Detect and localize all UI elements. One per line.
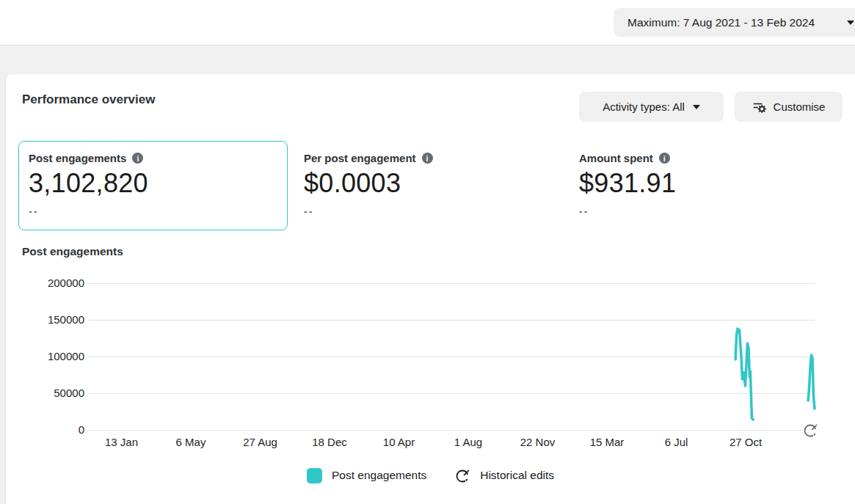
- screen: Maximum: 7 Aug 2021 - 13 Feb 2024 Perfor…: [0, 0, 855, 504]
- customise-label: Customise: [774, 101, 826, 113]
- info-icon[interactable]: i: [659, 153, 670, 164]
- top-bar: Maximum: 7 Aug 2021 - 13 Feb 2024: [0, 0, 855, 45]
- info-icon[interactable]: i: [422, 153, 433, 164]
- metric-card-post-engagements[interactable]: Post engagements i 3,102,820 --: [18, 141, 288, 230]
- legend-label: Historical edits: [480, 469, 554, 482]
- metric-card-per-post-engagement[interactable]: Per post engagement i $0.0003 --: [294, 141, 563, 230]
- customise-button[interactable]: Customise: [735, 92, 843, 122]
- metric-label: Post engagements i: [29, 152, 277, 164]
- legend-item-historical-edits[interactable]: Historical edits: [454, 467, 554, 483]
- post-engagements-chart[interactable]: 05000010000015000020000013 Jan6 May27 Au…: [6, 271, 855, 455]
- metric-value: $931.91: [579, 168, 828, 199]
- customise-icon: [752, 100, 767, 114]
- historical-edits-icon: [454, 467, 470, 483]
- page-title: Performance overview: [22, 92, 155, 107]
- metric-value: $0.0003: [304, 168, 553, 199]
- post-engagements-swatch: [307, 468, 322, 483]
- activity-types-dropdown[interactable]: Activity types: All: [579, 92, 724, 122]
- metric-card-amount-spent[interactable]: Amount spent i $931.91 --: [569, 141, 838, 230]
- legend-item-post-engagements[interactable]: Post engagements: [307, 468, 426, 483]
- metric-label: Amount spent i: [579, 152, 828, 164]
- metric-label-text: Post engagements: [29, 152, 126, 164]
- activity-types-label: Activity types: All: [603, 101, 685, 113]
- chevron-down-icon: [693, 105, 700, 109]
- chart-legend: Post engagements Historical edits: [6, 467, 855, 483]
- metric-label-text: Amount spent: [579, 152, 653, 164]
- performance-overview-card: Performance overview Activity types: All: [6, 74, 855, 504]
- chart-title: Post engagements: [22, 245, 123, 258]
- post-engagements-line: [735, 329, 753, 420]
- metric-value: 3,102,820: [29, 168, 277, 199]
- info-icon[interactable]: i: [132, 153, 143, 164]
- chart-plot-area[interactable]: [6, 271, 855, 455]
- metric-delta: --: [304, 205, 553, 217]
- metric-delta: --: [29, 205, 277, 217]
- date-range-selector[interactable]: Maximum: 7 Aug 2021 - 13 Feb 2024: [614, 8, 855, 37]
- legend-label: Post engagements: [332, 469, 426, 482]
- post-engagements-line: [808, 355, 815, 409]
- chevron-down-icon: [847, 21, 854, 25]
- metric-label-text: Per post engagement: [304, 152, 416, 164]
- metric-label: Per post engagement i: [304, 152, 553, 164]
- date-range-label: Maximum: 7 Aug 2021 - 13 Feb 2024: [627, 16, 815, 29]
- metric-delta: --: [579, 205, 828, 217]
